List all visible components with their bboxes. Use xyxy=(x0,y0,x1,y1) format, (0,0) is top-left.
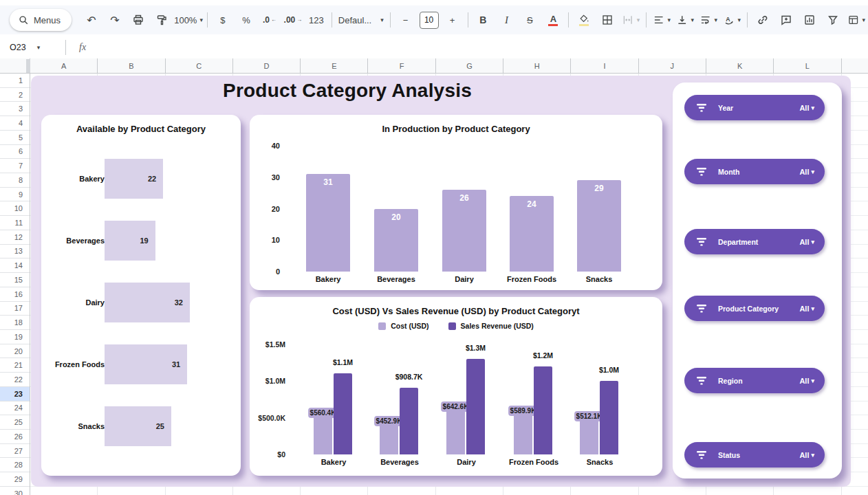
row-header-1[interactable]: 1 xyxy=(0,74,30,88)
decrease-decimal-button[interactable]: .0 ← xyxy=(258,10,281,30)
row-header-4[interactable]: 4 xyxy=(0,116,30,131)
column-header-I[interactable]: I xyxy=(571,58,638,73)
paint-format-button[interactable] xyxy=(150,10,173,30)
chevron-down-icon: ▾ xyxy=(668,16,671,23)
row-header-19[interactable]: 19 xyxy=(0,330,30,344)
more-formats-button[interactable]: 123 xyxy=(305,10,328,30)
horizontal-align-button[interactable]: ▾ xyxy=(650,10,673,30)
chart-production-card[interactable]: In Production by Product Category 010203… xyxy=(250,115,662,290)
slicer-product-category[interactable]: Product CategoryAll▾ xyxy=(684,296,825,321)
vertical-align-button[interactable]: ▾ xyxy=(673,10,697,30)
font-size-input[interactable]: 10 xyxy=(420,12,439,29)
text-color-button[interactable]: A xyxy=(541,10,565,30)
column-header-J[interactable]: J xyxy=(639,58,706,73)
row-header-7[interactable]: 7 xyxy=(0,159,30,173)
chart-cost-revenue-card[interactable]: Cost (USD) Vs Sales Revenue (USD) by Pro… xyxy=(250,297,662,476)
column-header-L[interactable]: L xyxy=(774,58,841,73)
insert-comment-button[interactable] xyxy=(774,10,798,30)
undo-button[interactable]: ↶ xyxy=(80,10,103,30)
zoom-value: 100% xyxy=(174,15,197,25)
redo-button[interactable]: ↷ xyxy=(103,10,127,30)
y-axis-tick: 10 xyxy=(259,236,280,244)
merge-cells-button[interactable]: ▾ xyxy=(619,10,642,30)
format-percent-button[interactable]: % xyxy=(235,10,258,30)
print-button[interactable] xyxy=(127,10,150,30)
column-header-G[interactable]: G xyxy=(436,58,503,73)
row-header-22[interactable]: 22 xyxy=(0,373,30,387)
text-wrap-button[interactable]: ▾ xyxy=(697,10,720,30)
slicer-region[interactable]: RegionAll▾ xyxy=(684,368,825,393)
row-header-21[interactable]: 21 xyxy=(0,358,30,373)
slicer-month[interactable]: MonthAll▾ xyxy=(684,159,825,184)
column-header-D[interactable]: D xyxy=(233,58,301,73)
slicer-value-dropdown[interactable]: All▾ xyxy=(799,104,814,112)
slicer-value-dropdown[interactable]: All▾ xyxy=(799,168,814,176)
cell-name-box[interactable]: O23 ▾ xyxy=(0,43,62,52)
sales-value-label: $908.7K xyxy=(395,373,423,381)
row-header-15[interactable]: 15 xyxy=(0,273,30,287)
row-header-23[interactable]: 23 xyxy=(0,387,30,402)
text-rotation-button[interactable]: A ▾ xyxy=(720,10,744,30)
fill-color-button[interactable] xyxy=(572,10,596,30)
column-header-C[interactable]: C xyxy=(166,58,233,73)
row-header-9[interactable]: 9 xyxy=(0,188,30,202)
slicer-value-dropdown[interactable]: All▾ xyxy=(799,451,814,459)
column-header-K[interactable]: K xyxy=(706,58,774,73)
row-header-8[interactable]: 8 xyxy=(0,173,30,188)
row-header-18[interactable]: 18 xyxy=(0,316,30,330)
slicer-label: Region xyxy=(718,377,743,385)
row-header-30[interactable]: 30 xyxy=(0,487,30,495)
slicer-value-dropdown[interactable]: All▾ xyxy=(799,238,814,246)
toolbar-strip: Menus ↶ ↷ 100% ▾ $ % .0 ← .00 → 123 Defa… xyxy=(0,6,868,34)
row-header-16[interactable]: 16 xyxy=(0,287,30,302)
slicer-value-dropdown[interactable]: All▾ xyxy=(799,377,814,385)
italic-button[interactable]: I xyxy=(495,10,518,30)
row-header-11[interactable]: 11 xyxy=(0,216,30,230)
zoom-select[interactable]: 100% ▾ xyxy=(173,10,204,30)
font-select[interactable]: Defaul... ▾ xyxy=(336,10,387,30)
row-header-20[interactable]: 20 xyxy=(0,344,30,359)
row-header-24[interactable]: 24 xyxy=(0,402,30,416)
row-header-17[interactable]: 17 xyxy=(0,302,30,316)
column-header-B[interactable]: B xyxy=(98,58,165,73)
row-header-26[interactable]: 26 xyxy=(0,430,30,444)
y-axis-tick: $1.0M xyxy=(255,377,285,385)
create-filter-button[interactable] xyxy=(821,10,845,30)
row-header-29[interactable]: 29 xyxy=(0,472,30,487)
row-header-25[interactable]: 25 xyxy=(0,415,30,430)
slicer-value-dropdown[interactable]: All▾ xyxy=(799,305,814,313)
y-axis-tick: $500.0K xyxy=(255,414,285,422)
column-header-F[interactable]: F xyxy=(368,58,435,73)
row-header-5[interactable]: 5 xyxy=(0,131,30,145)
row-header-28[interactable]: 28 xyxy=(0,458,30,472)
borders-button[interactable] xyxy=(596,10,619,30)
row-header-27[interactable]: 27 xyxy=(0,444,30,459)
row-header-12[interactable]: 12 xyxy=(0,230,30,245)
menus-button[interactable]: Menus xyxy=(10,9,72,31)
row-header-13[interactable]: 13 xyxy=(0,245,30,259)
toolbar-divider xyxy=(207,12,208,28)
format-currency-button[interactable]: $ xyxy=(211,10,235,30)
column-header-partial[interactable] xyxy=(842,58,868,73)
table-views-button[interactable]: ▾ xyxy=(845,10,868,30)
insert-link-button[interactable] xyxy=(751,10,774,30)
row-header-3[interactable]: 3 xyxy=(0,102,30,116)
column-header-E[interactable]: E xyxy=(301,58,368,73)
insert-chart-button[interactable] xyxy=(798,10,821,30)
column-header-H[interactable]: H xyxy=(503,58,571,73)
chevron-down-icon: ▾ xyxy=(37,44,41,51)
chart-available-card[interactable]: Available by Product Category Bakery22Be… xyxy=(41,115,241,476)
bold-button[interactable]: B xyxy=(471,10,495,30)
row-header-10[interactable]: 10 xyxy=(0,201,30,216)
row-header-6[interactable]: 6 xyxy=(0,145,30,160)
increase-font-size-button[interactable]: + xyxy=(441,10,464,30)
increase-decimal-button[interactable]: .00 → xyxy=(281,10,305,30)
slicer-status[interactable]: StatusAll▾ xyxy=(684,442,825,468)
column-header-A[interactable]: A xyxy=(30,58,98,73)
slicer-year[interactable]: YearAll▾ xyxy=(684,95,825,120)
strikethrough-button[interactable]: S xyxy=(518,10,541,30)
slicer-department[interactable]: DepartmentAll▾ xyxy=(684,229,825,254)
row-header-14[interactable]: 14 xyxy=(0,258,30,273)
row-header-2[interactable]: 2 xyxy=(0,88,30,102)
decrease-font-size-button[interactable]: − xyxy=(394,10,417,30)
